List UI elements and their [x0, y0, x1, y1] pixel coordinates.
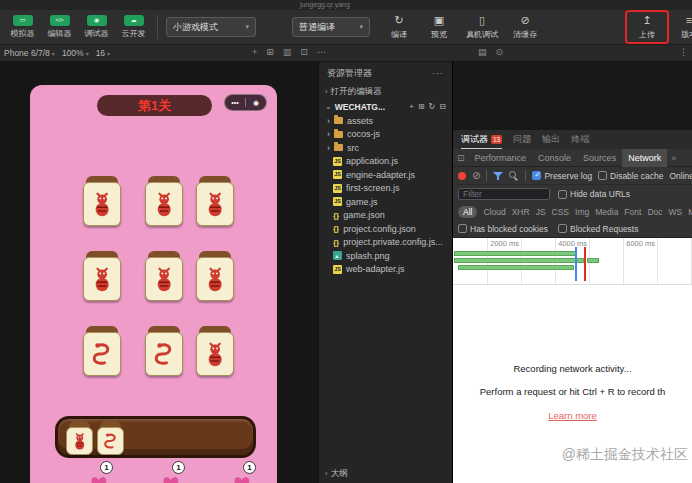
file-row[interactable]: {}project.config.json	[319, 222, 452, 236]
compile-button[interactable]: ↻编译	[382, 14, 416, 40]
json-file-icon: {}	[333, 238, 339, 247]
clear-cache-button[interactable]: ⊘清缓存	[508, 14, 542, 40]
learn-more-link[interactable]: Learn more	[548, 410, 597, 421]
file-row[interactable]: {}project.private.config.js...	[319, 236, 452, 250]
panel-tab[interactable]: 输出	[542, 130, 560, 149]
collapse-icon[interactable]: ⊟	[439, 102, 446, 111]
file-row[interactable]: {}game.json	[319, 209, 452, 223]
blocked-requests-checkbox[interactable]: Blocked Requests	[558, 224, 639, 234]
panel-tab[interactable]: 问题	[513, 130, 531, 149]
file-name: cocos-js	[347, 129, 380, 139]
clear-icon[interactable]: ⊘	[472, 171, 480, 181]
real-device-debug-button[interactable]: ▯真机调试	[462, 14, 502, 40]
file-row[interactable]: JSapplication.js	[319, 155, 452, 169]
tab-sources[interactable]: Sources	[577, 149, 622, 167]
outline-section[interactable]: › 大纲	[319, 466, 452, 481]
tile-tiger[interactable]	[196, 251, 234, 301]
chip-js[interactable]: JS	[536, 207, 546, 217]
chip-all[interactable]: All	[458, 206, 477, 218]
overflow-tabs-icon[interactable]: »	[667, 153, 680, 163]
network-dropdown[interactable]: 16▾	[96, 48, 110, 58]
chip-img[interactable]: Img	[575, 207, 589, 217]
file-row[interactable]: ›cocos-js	[319, 128, 452, 142]
folder-icon	[334, 144, 343, 151]
javascript-file-icon: JS	[333, 265, 342, 274]
tab-performance[interactable]: Performance	[469, 149, 533, 167]
tab-console[interactable]: Console	[532, 149, 577, 167]
new-folder-icon[interactable]: ⊞	[418, 102, 425, 111]
filter-input[interactable]	[458, 188, 550, 200]
more-icon[interactable]: ⋯	[317, 47, 326, 57]
tile-tiger[interactable]	[196, 176, 234, 226]
has-blocked-cookies-checkbox[interactable]: Has blocked cookies	[458, 224, 548, 234]
toolbar-nav-debugger[interactable]: ◉调试器	[78, 15, 115, 39]
chip-manifest[interactable]: Manifest	[688, 207, 692, 217]
target-icon[interactable]: ⊙	[496, 47, 504, 57]
refresh-icon[interactable]: ↻	[429, 102, 436, 111]
network-overview-timeline[interactable]: 2000 ms4000 ms6000 ms	[453, 238, 692, 285]
file-row[interactable]: JSweb-adapter.js	[319, 263, 452, 277]
tile-snake[interactable]	[83, 326, 121, 376]
chevron-right-icon: ›	[327, 116, 330, 126]
search-icon[interactable]	[509, 171, 519, 181]
file-row[interactable]: JSgame.js	[319, 195, 452, 209]
toolbar-nav-editor[interactable]: </>编辑器	[41, 15, 78, 39]
panel-tab[interactable]: 终端	[571, 130, 589, 149]
device-dropdown[interactable]: Phone 6/7/8▾	[4, 48, 55, 58]
add-icon[interactable]: +	[252, 47, 257, 57]
chip-css[interactable]: CSS	[552, 207, 569, 217]
zoom-dropdown[interactable]: 100%▾	[62, 48, 89, 58]
tile-tiger[interactable]	[196, 326, 234, 376]
inspect-icon[interactable]: ⊡	[300, 47, 308, 57]
chip-ws[interactable]: WS	[669, 207, 683, 217]
file-row[interactable]: splash.png	[319, 249, 452, 263]
compile-mode-dropdown[interactable]: 普通编译 ▾	[292, 17, 370, 37]
tile-snake[interactable]	[145, 326, 183, 376]
disable-cache-checkbox[interactable]: Disable cache	[598, 171, 663, 181]
tile-tiger[interactable]	[66, 421, 93, 455]
new-file-icon[interactable]: +	[409, 102, 414, 111]
preview-button[interactable]: ▣预览	[422, 14, 456, 40]
file-row[interactable]: ›src	[319, 141, 452, 155]
tab-network[interactable]: Network	[622, 149, 667, 167]
project-section[interactable]: ⌄ WECHATG... + ⊞ ↻ ⊟	[319, 99, 452, 114]
file-row[interactable]: ›assets	[319, 114, 452, 128]
toolbar-nav-simulator[interactable]: ▭模拟器	[4, 15, 41, 39]
filter-icon[interactable]	[493, 171, 503, 181]
hide-data-urls-checkbox[interactable]: Hide data URLs	[558, 189, 630, 199]
chip-cloud[interactable]: Cloud	[483, 207, 505, 217]
inspect-element-icon[interactable]: ⊡	[453, 153, 469, 163]
chevron-right-icon: ›	[327, 129, 330, 139]
open-editors-section[interactable]: › 打开的编辑器	[319, 84, 452, 99]
exit-button[interactable]: ◉	[246, 99, 266, 107]
chip-doc[interactable]: Doc	[647, 207, 662, 217]
grid-icon[interactable]: ⊞	[266, 47, 274, 57]
chip-font[interactable]: Font	[624, 207, 641, 217]
panels-icon[interactable]: ▥	[283, 47, 292, 57]
upload-button[interactable]: ↥ 上传	[630, 14, 664, 40]
layout-icon[interactable]: ▤	[478, 47, 487, 57]
more-menu-button[interactable]: •••	[225, 99, 245, 106]
preserve-log-checkbox[interactable]: Preserve log	[532, 171, 592, 181]
file-row[interactable]: JSfirst-screen.js	[319, 182, 452, 196]
tile-tiger[interactable]	[83, 251, 121, 301]
kebab-menu-icon[interactable]: ⋮	[679, 47, 688, 57]
version-button[interactable]: ≡ 版本	[674, 14, 692, 40]
game-mode-dropdown[interactable]: 小游戏模式 ▾	[166, 17, 256, 37]
level-title: 第1关	[97, 95, 212, 116]
chip-media[interactable]: Media	[595, 207, 618, 217]
file-row[interactable]: JSengine-adapter.js	[319, 168, 452, 182]
tile-tiger[interactable]	[145, 251, 183, 301]
heart-powerup-button[interactable]: ♥	[90, 470, 108, 483]
panel-tab[interactable]: 调试器13	[461, 130, 502, 149]
heart-powerup-button[interactable]: ♥	[162, 470, 180, 483]
more-actions-icon[interactable]: ···	[432, 68, 444, 78]
throttling-dropdown[interactable]: Online▾	[670, 171, 692, 181]
chip-xhr[interactable]: XHR	[512, 207, 530, 217]
toolbar-nav-cloud[interactable]: ☁云开发	[115, 15, 152, 39]
heart-powerup-button[interactable]: ♥	[233, 470, 251, 483]
tile-tiger[interactable]	[83, 176, 121, 226]
tile-snake[interactable]	[97, 421, 124, 455]
tile-tiger[interactable]	[145, 176, 183, 226]
record-button[interactable]	[458, 172, 466, 180]
